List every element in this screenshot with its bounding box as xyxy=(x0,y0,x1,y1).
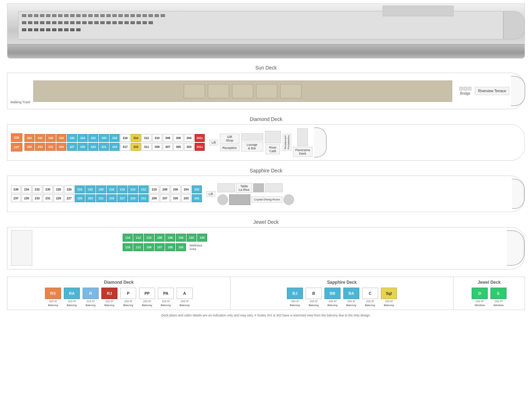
portabellos-label: PortabellosRestaurant xyxy=(283,134,291,151)
cabin-320: 320 xyxy=(99,134,109,142)
cabin-100: 100 xyxy=(197,234,207,242)
footnote: Deck plans and cabin details are an indi… xyxy=(7,314,525,317)
jewel-deck-section: Jewel Deck 114 112 110 108 106 104 102 1… xyxy=(7,219,525,270)
cabin-227: 227 xyxy=(64,194,74,202)
legend-item-rj: RJ 250 ft² Balcony xyxy=(101,288,117,307)
cabin-217: 217 xyxy=(117,194,127,202)
cabin-104: 104 xyxy=(176,234,186,242)
cabin-105: 105 xyxy=(165,243,175,251)
cabin-226: 226 xyxy=(64,186,74,193)
legend-item-pp: PP 205 ft² Balcony xyxy=(139,288,155,307)
sapphire-cabin-rows: 236 234 232 230 228 226 224 222 220 218 … xyxy=(11,186,202,202)
cabin-215: 215 xyxy=(128,194,138,202)
cabin-305: 305 xyxy=(173,143,183,151)
legend-item-pa: PA 205 ft² Balcony xyxy=(158,288,174,307)
cabin-207: 207 xyxy=(160,194,170,202)
cabin-209: 209 xyxy=(149,194,159,202)
cabin-220: 220 xyxy=(96,186,106,193)
cabin-107: 107 xyxy=(155,243,165,251)
legend-sapphire-title: Sapphire Deck xyxy=(233,280,450,285)
sun-deck-section: Sun Deck Walking Track xyxy=(7,65,525,109)
cabin-223: 223 xyxy=(85,194,95,202)
cabin-232: 232 xyxy=(32,186,42,193)
cabin-229: 229 xyxy=(54,194,63,202)
legend-item-bj: BJ 250 ft² Balcony xyxy=(287,288,303,307)
cabin-301: 301# xyxy=(195,143,205,151)
sapphire-deck-title: Sapphire Deck xyxy=(7,168,525,173)
cabin-234: 234 xyxy=(22,186,32,193)
cabin-314: 314 xyxy=(131,134,141,142)
cabin-112: 112 xyxy=(133,234,143,242)
gift-shop-label: GiftShop xyxy=(220,134,239,144)
cabin-228: 228 xyxy=(54,186,63,193)
legend-item-b: B 205 ft² Balcony xyxy=(306,288,322,307)
legend-diamond-title: Diamond Deck xyxy=(10,280,227,285)
lounge-bar-label: Lounge& Bar xyxy=(241,142,263,151)
cabin-108: 108 xyxy=(155,234,165,242)
cabin-307: 307 xyxy=(163,143,173,151)
sun-deck-plan: Walking Track Bridge xyxy=(7,73,525,109)
cabin-326: 326 xyxy=(67,134,77,142)
sapphire-bottom-row: 237 235 233 231 229 227 225 223 221 219 … xyxy=(11,194,202,202)
cabin-224: 224 xyxy=(75,186,85,193)
cabin-103: 103 xyxy=(176,243,186,251)
bridge-label: Bridge xyxy=(460,92,470,95)
cabin-328: 328 xyxy=(56,134,66,142)
sun-deck-title: Sun Deck xyxy=(7,65,525,71)
cabin-308: 308 xyxy=(163,134,173,142)
cabin-334: 334 xyxy=(24,134,34,142)
legend-jewel-title: Jewel Deck xyxy=(456,280,522,285)
legend-item-d: D 160 ft² Window xyxy=(472,288,488,307)
cabin-331: 331 xyxy=(46,143,56,151)
cabin-204: 204 xyxy=(181,186,191,193)
diamond-top-row: 334 332 330 328 326 324 322 320 318 316 … xyxy=(24,134,205,142)
reception-label: Reception xyxy=(220,145,239,151)
cabin-335: 335 xyxy=(24,143,34,151)
cabin-231: 231 xyxy=(43,194,53,202)
legend-item-c: C 205 ft² Balcony xyxy=(362,288,378,307)
legend-item-a: A 205 ft² Balcony xyxy=(177,288,193,307)
legend-section: Diamond Deck RS 325 ft² Balcony RA 315 f… xyxy=(7,277,525,310)
cabin-312: 312 xyxy=(142,134,151,142)
wellness-area-label: WellnessArea xyxy=(187,244,202,251)
cabin-102: 102 xyxy=(187,234,196,242)
diamond-deck-plan: 336 337 334 332 330 328 326 324 322 320 … xyxy=(7,124,525,161)
cabin-327: 327 xyxy=(67,143,77,151)
ship-image xyxy=(7,4,525,59)
panorama-deck-label: PanoramaDeck xyxy=(293,147,313,157)
cabin-325: 325 xyxy=(78,143,88,151)
jewel-deck-plan: 114 112 110 108 106 104 102 100 115 111 … xyxy=(7,227,525,270)
legend-item-ba: BA 205 ft² Balcony xyxy=(343,288,359,307)
diamond-cabin-rows: 334 332 330 328 326 324 322 320 318 316 … xyxy=(24,134,205,151)
cabin-303: 303 xyxy=(184,143,194,151)
legend-item-e: E 160 ft² Window xyxy=(491,288,506,307)
cabin-115: 115 xyxy=(123,243,133,251)
cabin-109: 109 xyxy=(144,243,154,251)
cabin-323: 323 xyxy=(88,143,98,151)
cabin-203: 203 xyxy=(181,194,191,202)
diamond-deck-title: Diamond Deck xyxy=(7,116,525,122)
cabin-316: 316 xyxy=(120,134,130,142)
crystal-dining-room-label: Crystal Dining Room xyxy=(251,197,282,203)
cabin-306: 306 xyxy=(173,134,183,142)
sapphire-deck-section: Sapphire Deck 236 234 232 230 228 226 22… xyxy=(7,168,525,212)
cabin-211: 211 xyxy=(139,194,149,202)
legend-item-rs: RS 325 ft² Balcony xyxy=(45,288,61,307)
cabin-319: 319 xyxy=(110,143,120,151)
cabin-225: 225 xyxy=(75,194,85,202)
cabin-317: 317 xyxy=(120,143,130,151)
lift-label-sapphire: Lift xyxy=(206,191,215,197)
diamond-bottom-row: 335 333 331 329 327 325 323 321 319 317 … xyxy=(24,143,205,151)
cabin-221: 221 xyxy=(96,194,106,202)
jewel-deck-title: Jewel Deck xyxy=(7,219,525,225)
cabin-321: 321 xyxy=(99,143,109,151)
cabin-324: 324 xyxy=(78,134,88,142)
cabin-309: 309 xyxy=(152,143,162,151)
cabin-111: 111 xyxy=(133,243,143,251)
cabin-337: 337 xyxy=(11,143,22,151)
legend-item-p: P 205 ft² Balcony xyxy=(120,288,136,307)
cabin-310: 310 xyxy=(152,134,162,142)
cabin-330: 330 xyxy=(46,134,56,142)
jewel-top-row: 114 112 110 108 106 104 102 100 xyxy=(123,234,505,242)
cabin-336: 336 xyxy=(11,133,22,142)
